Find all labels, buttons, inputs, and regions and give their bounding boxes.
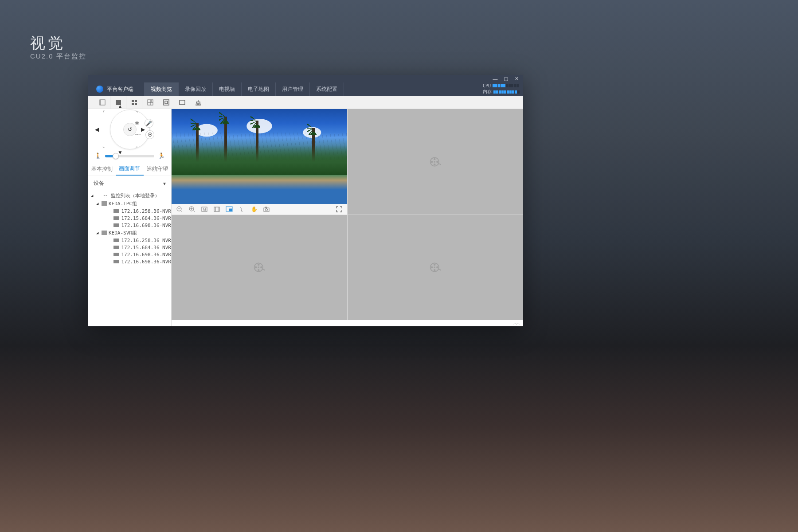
svg-point-44 [255, 266, 257, 268]
globe-icon [96, 86, 103, 93]
svg-rect-27 [214, 207, 219, 211]
svg-point-49 [434, 269, 435, 271]
svg-point-36 [434, 158, 435, 160]
tree-item-1-0[interactable]: 172.16.258.36-NVR [91, 237, 171, 244]
nav-tab-1[interactable]: 录像回放 [178, 82, 212, 96]
locate-button[interactable]: ⦿ [145, 130, 154, 139]
svg-point-40 [434, 161, 436, 163]
svg-line-24 [193, 211, 195, 212]
tree-item-0-1[interactable]: 172.15.684.36-NVR [91, 215, 171, 222]
cpu-label: CPU [483, 83, 491, 88]
tree-group-1[interactable]: ◢KEDA-SVR组 [91, 229, 171, 237]
toolbar [88, 96, 523, 109]
subtab-2[interactable]: 巡航守望 [144, 162, 171, 176]
svg-text:M: M [203, 207, 206, 211]
tree-group-0[interactable]: ◢KEDA-IPC组 [91, 200, 171, 207]
nav-tab-5[interactable]: 系统配置 [309, 82, 344, 96]
svg-rect-31 [229, 209, 232, 211]
svg-rect-13 [180, 100, 185, 105]
cleanup-button[interactable] [190, 96, 206, 109]
video-cell-4[interactable] [348, 215, 523, 321]
snapshot-icon[interactable] [263, 206, 270, 213]
svg-point-43 [258, 269, 259, 271]
svg-point-50 [431, 266, 433, 268]
nav-tab-2[interactable]: 电视墙 [212, 82, 241, 96]
expand-icon[interactable] [336, 206, 343, 213]
talk-icon[interactable] [238, 206, 245, 213]
window-controls: — ▢ ✕ [88, 75, 523, 82]
svg-rect-12 [165, 101, 168, 104]
sidebar: ▲ ⌝ ▶ ⌟ ▼ ⌞ ◀ ⌜ ↺ ✲🎤 ┄┄⦿ 🚶 🏃 [88, 109, 172, 326]
tree-item-0-0[interactable]: 172.16.258.36-NVR [91, 207, 171, 215]
svg-point-48 [434, 264, 435, 266]
tree-item-1-1[interactable]: 172.15.684.36-NVR [91, 244, 171, 251]
layout-six-button[interactable] [142, 96, 158, 109]
svg-point-33 [266, 208, 268, 211]
ptz-up-button[interactable]: ▲ [113, 97, 127, 116]
collapse-icon[interactable]: ︿︿ [513, 321, 519, 326]
page-subtitle: CU2.0 平台监控 [30, 52, 86, 61]
zoom-out-icon[interactable] [176, 206, 183, 213]
film-reel-icon [253, 261, 266, 274]
viewer: M ✋ [172, 109, 523, 326]
main-stream-icon[interactable]: M [201, 206, 208, 213]
nav-tab-4[interactable]: 用户管理 [275, 82, 309, 96]
mem-label: 内存 [483, 89, 492, 95]
svg-point-46 [258, 267, 260, 269]
cell-toolbar: M ✋ [172, 204, 347, 215]
svg-point-45 [260, 266, 262, 268]
svg-rect-5 [132, 103, 134, 105]
nav-tab-0[interactable]: 视频浏览 [144, 82, 178, 96]
mic-button[interactable]: 🎤 [145, 119, 153, 128]
video-cell-1[interactable]: M ✋ [172, 109, 347, 215]
svg-point-52 [434, 267, 436, 269]
film-reel-icon [429, 156, 442, 168]
video-feed [172, 109, 347, 204]
maximize-button[interactable]: ▢ [503, 76, 509, 82]
subtab-0[interactable]: 基本控制 [88, 162, 116, 176]
subtab-1[interactable]: 画面调节 [116, 162, 143, 176]
pip-icon[interactable] [226, 206, 233, 213]
zoom-in-icon[interactable] [188, 206, 196, 213]
svg-point-51 [436, 266, 438, 268]
brand: 平台客户端 [88, 86, 141, 93]
hand-icon[interactable]: ✋ [250, 206, 258, 213]
zoom-wide-icon[interactable]: ┄┄ [135, 132, 140, 138]
zoom-tree-icon[interactable]: ✲ [135, 120, 139, 126]
svg-rect-4 [135, 100, 137, 102]
close-button[interactable]: ✕ [513, 76, 520, 82]
video-cell-2[interactable] [348, 109, 523, 215]
tree-item-1-3[interactable]: 172.16.698.36-NVR [91, 258, 171, 265]
tree-item-1-2[interactable]: 172.16.698.36-NVR [91, 251, 171, 258]
tree-root[interactable]: ◢☷ 监控列表（本地登录） [91, 192, 171, 200]
svg-point-37 [434, 164, 435, 165]
svg-rect-11 [164, 100, 169, 105]
svg-rect-34 [265, 207, 267, 208]
brand-label: 平台客户端 [107, 86, 133, 93]
status-bar: ︿︿ [172, 320, 523, 326]
fullscreen-button[interactable] [158, 96, 174, 109]
svg-rect-3 [132, 100, 134, 102]
app-window: — ▢ ✕ 平台客户端 视频浏览录像回放电视墙电子地图用户管理系统配置 CPU … [88, 75, 523, 326]
svg-point-38 [431, 161, 433, 163]
svg-line-20 [181, 211, 182, 212]
window-mode-button[interactable] [174, 96, 190, 109]
minimize-button[interactable]: — [492, 76, 498, 82]
nav-tab-3[interactable]: 电子地图 [241, 82, 275, 96]
page-title: 视觉 [30, 33, 66, 54]
tree-item-0-2[interactable]: 172.16.698.36-NVR [91, 222, 171, 229]
device-tree: ◢☷ 监控列表（本地登录）◢KEDA-IPC组172.16.258.36-NVR… [88, 191, 171, 326]
nav-bar: 平台客户端 视频浏览录像回放电视墙电子地图用户管理系统配置 CPU 内存 [88, 82, 523, 96]
walk-fast-icon: 🏃 [158, 153, 165, 159]
ptz-panel: ▲ ⌝ ▶ ⌟ ▼ ⌞ ◀ ⌜ ↺ ✲🎤 ┄┄⦿ [88, 109, 171, 150]
film-reel-icon [429, 261, 442, 274]
record-icon[interactable] [213, 206, 220, 213]
system-monitor: CPU 内存 [483, 82, 520, 96]
ptz-reset-button[interactable]: ↺ [123, 123, 137, 136]
chevron-down-icon: ▾ [163, 180, 166, 187]
device-section-label: 设备 [94, 180, 104, 187]
video-cell-3[interactable] [172, 215, 347, 321]
svg-point-42 [258, 264, 259, 266]
ptz-left-button[interactable]: ◀ [87, 123, 107, 136]
device-section-header[interactable]: 设备 ▾ [88, 176, 171, 191]
